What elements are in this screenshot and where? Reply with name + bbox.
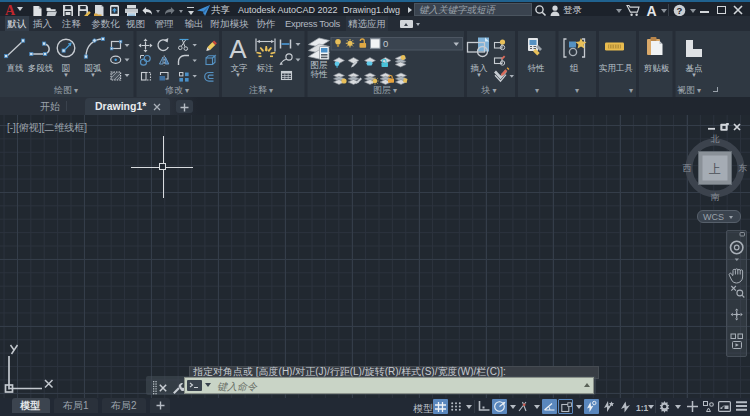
svg-text:西: 西 bbox=[683, 163, 692, 173]
svg-text:北: 北 bbox=[711, 134, 720, 144]
svg-text:上: 上 bbox=[709, 162, 721, 176]
svg-text:A: A bbox=[229, 34, 247, 64]
svg-text:东: 东 bbox=[738, 163, 748, 173]
svg-text:?: ? bbox=[677, 5, 683, 16]
svg-text:南: 南 bbox=[711, 192, 720, 202]
